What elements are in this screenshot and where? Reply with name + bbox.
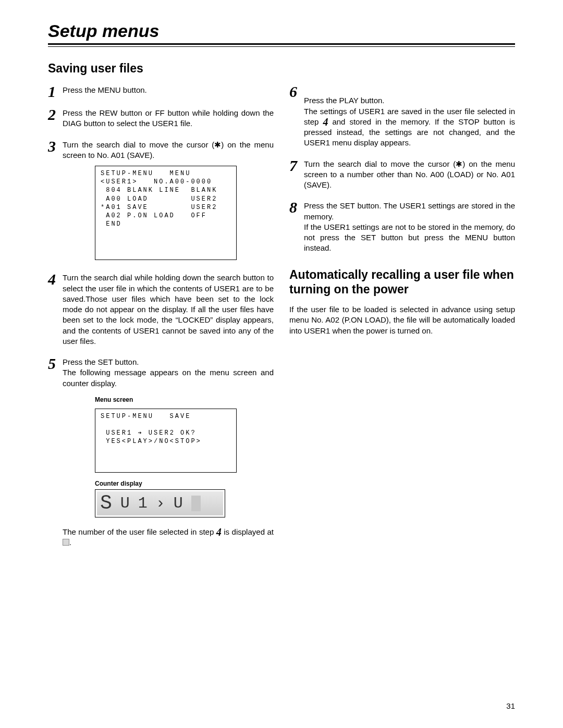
step-number: 8 <box>289 201 304 213</box>
menu-screen-caption: Menu screen <box>95 396 274 403</box>
two-column-layout: 1 Press the MENU button. 2 Press the REW… <box>48 85 515 558</box>
page-title: Setup menus <box>48 21 515 41</box>
step-text: Press the SET button. The USER1 settings… <box>304 201 515 253</box>
section-heading-auto-recall: Automatically recalling a user file when… <box>289 267 515 298</box>
step-7: 7 Turn the search dial to move the curso… <box>289 159 515 191</box>
step-number: 1 <box>48 85 63 97</box>
step-5: 5 Press the SET button. The following me… <box>48 357 274 389</box>
step-6: 6 Press the PLAY button. The settings of… <box>289 85 515 149</box>
step-text: Press the PLAY button. The settings of U… <box>304 85 515 149</box>
step-text: Press the REW button or FF button while … <box>63 108 274 129</box>
step-text: The number of the user file selected in … <box>63 527 274 548</box>
step-number: 4 <box>48 273 63 285</box>
counter-display: S U 1 › U <box>97 491 223 515</box>
step-number: 2 <box>48 108 63 120</box>
page-number: 31 <box>506 701 515 710</box>
step-number: 5 <box>48 357 63 369</box>
step-4: 4 Turn the search dial while holding dow… <box>48 273 274 347</box>
menu-screen-box: SETUP-MENU MENU <USER1> NO.A00-0000 804 … <box>95 166 237 260</box>
step-text-part: Turn the search dial to move the cursor … <box>63 140 214 149</box>
right-column: 6 Press the PLAY button. The settings of… <box>289 85 515 558</box>
step-number: 7 <box>289 159 304 171</box>
step-text: Press the MENU button. <box>63 85 274 95</box>
placeholder-box-icon <box>63 539 69 546</box>
cursor-marker-icon: ✱ <box>456 159 462 168</box>
step-3: 3 Turn the search dial to move the curso… <box>48 140 274 161</box>
seg-placeholder-icon <box>191 496 201 511</box>
spacer <box>48 527 63 528</box>
seg-char: U <box>174 495 186 512</box>
text-part: is displayed at <box>222 527 274 536</box>
step-text: Turn the search dial while holding down … <box>63 273 274 347</box>
seg-char: S <box>100 492 115 514</box>
step-2: 2 Press the REW button or FF button whil… <box>48 108 274 129</box>
title-rule <box>48 43 515 47</box>
text-part: and stored in the memory. If the STOP bu… <box>304 117 515 147</box>
body-paragraph: If the user file to be loaded is selecte… <box>289 304 515 336</box>
section-heading-saving: Saving user files <box>48 61 515 76</box>
seven-segment-readout: S U 1 › U <box>100 492 201 514</box>
text-part: . <box>69 538 71 547</box>
text-part: The number of the user file selected in … <box>63 527 216 536</box>
step-text: Turn the search dial to move the cursor … <box>63 140 274 161</box>
counter-display-frame: S U 1 › U <box>95 489 225 517</box>
step-reference: 4 <box>216 526 222 538</box>
step-5-tail: The number of the user file selected in … <box>48 527 274 548</box>
step-text: Press the SET button. The following mess… <box>63 357 274 389</box>
seg-char: U <box>120 495 133 512</box>
step-text: Turn the search dial to move the cursor … <box>304 159 515 191</box>
step-1: 1 Press the MENU button. <box>48 85 274 97</box>
step-reference: 4 <box>323 116 328 128</box>
step-number: 6 <box>289 85 304 97</box>
cursor-marker-icon: ✱ <box>214 140 221 149</box>
left-column: 1 Press the MENU button. 2 Press the REW… <box>48 85 274 558</box>
text-part: Turn the search dial to move the cursor … <box>304 159 456 168</box>
menu-screen-box-save: SETUP-MENU SAVE USER1 ➔ USER2 OK? YES<PL… <box>95 409 237 473</box>
step-number: 3 <box>48 140 63 152</box>
seg-arrow-icon: › <box>156 495 168 512</box>
seg-char: 1 <box>138 495 151 512</box>
counter-display-caption: Counter display <box>95 480 274 487</box>
manual-page: Setup menus Saving user files 1 Press th… <box>0 0 563 728</box>
step-8: 8 Press the SET button. The USER1 settin… <box>289 201 515 253</box>
